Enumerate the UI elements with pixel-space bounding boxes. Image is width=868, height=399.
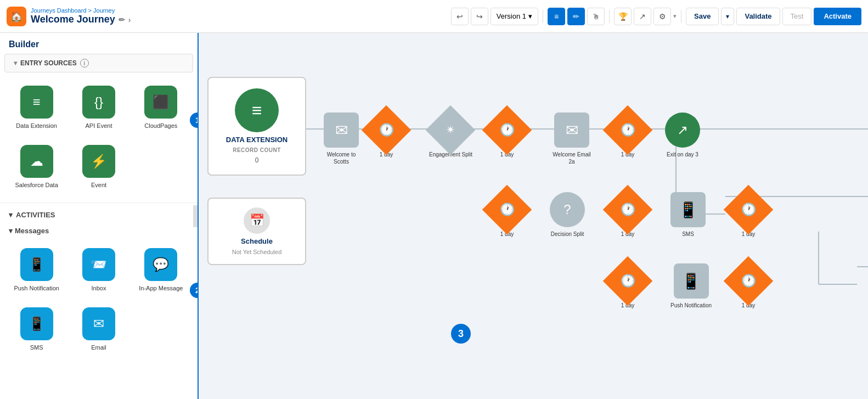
api-event-label: API Event xyxy=(86,122,112,130)
sms-icon: 📱 xyxy=(20,307,53,340)
node-exit[interactable]: ↗ Exit on day 3 xyxy=(665,113,700,158)
node-welcome-email-2a[interactable]: ✉ Welcome Email 2a xyxy=(550,113,594,165)
entry-sources-label: ENTRY SOURCES xyxy=(20,59,77,67)
validate-button[interactable]: Validate xyxy=(736,8,780,25)
sidebar-collapse-handle[interactable]: ‹ xyxy=(193,205,199,227)
entry-event[interactable]: ⚡ Event xyxy=(71,141,126,193)
schedule-title: Schedule xyxy=(241,237,273,245)
toolbar-divider xyxy=(543,10,543,23)
sidebar-title: Builder xyxy=(0,33,198,54)
entry-card-title: DATA EXTENSION xyxy=(226,136,288,144)
page-title: Welcome Journey ✏ › xyxy=(31,14,131,25)
toolbar: ↩ ↪ Version 1 ▾ ≡ ✏ 🖱 🏆 ↗ ⚙ ▾ Save ▾ Val… xyxy=(451,8,861,25)
cloudpages-label: CloudPages xyxy=(144,122,177,130)
canvas[interactable]: ≡ DATA EXTENSION RECORD COUNT 0 📅 Schedu… xyxy=(199,33,868,399)
node-wait-8[interactable]: 🕐 1 day xyxy=(731,263,766,309)
entry-data-extension-card[interactable]: ≡ DATA EXTENSION RECORD COUNT 0 xyxy=(207,77,306,176)
schedule-card[interactable]: 📅 Schedule Not Yet Scheduled xyxy=(207,198,306,265)
settings-button[interactable]: ⚙ xyxy=(653,8,671,25)
undo-button[interactable]: ↩ xyxy=(451,8,469,25)
msg-inbox[interactable]: 📨 Inbox xyxy=(71,244,126,296)
push-notification-node-label: Push Notification xyxy=(670,302,712,309)
main-layout: Builder ▾ ENTRY SOURCES i ≡ Data Extensi… xyxy=(0,33,868,399)
toolbar-divider3 xyxy=(681,10,681,23)
test-button[interactable]: Test xyxy=(782,8,812,25)
breadcrumb: Journeys Dashboard > Journey xyxy=(31,7,131,14)
email-icon: ✉ xyxy=(82,307,115,340)
node-push-notification[interactable]: 📱 Push Notification xyxy=(670,263,712,309)
salesforce-icon: ☁ xyxy=(20,145,53,178)
data-extension-icon: ≡ xyxy=(20,86,53,119)
msg-in-app-message[interactable]: 💬 In-App Message xyxy=(133,244,189,296)
node-wait-5[interactable]: 🕐 1 day xyxy=(610,192,645,238)
messages-label: Messages xyxy=(15,227,49,235)
msg-push-notification[interactable]: 📱 Push Notification xyxy=(9,244,64,296)
event-icon: ⚡ xyxy=(82,145,115,178)
mode-draw-button[interactable]: ✏ xyxy=(567,8,585,25)
breadcrumb-area: Journeys Dashboard > Journey Welcome Jou… xyxy=(31,7,131,25)
top-header: 🏠 Journeys Dashboard > Journey Welcome J… xyxy=(0,0,868,33)
push-notification-label: Push Notification xyxy=(14,284,59,292)
info-icon[interactable]: i xyxy=(80,59,89,68)
inbox-label: Inbox xyxy=(92,284,106,292)
api-event-icon: {} xyxy=(82,86,115,119)
sidebar: Builder ▾ ENTRY SOURCES i ≡ Data Extensi… xyxy=(0,33,199,399)
node-wait-1[interactable]: 🕐 1 day xyxy=(369,113,404,158)
cloudpages-icon: ⬛ xyxy=(144,86,177,119)
exit-node-icon: ↗ xyxy=(665,113,700,148)
export-button[interactable]: ↗ xyxy=(634,8,651,25)
mode-pointer-button[interactable]: 🖱 xyxy=(587,8,605,25)
trophy-button[interactable]: 🏆 xyxy=(614,8,632,25)
entry-data-extension[interactable]: ≡ Data Extension xyxy=(9,81,64,134)
brand-logo: 🏠 xyxy=(7,7,26,26)
wait-node-7-icon: 🕐 xyxy=(603,256,653,306)
mode-select-button[interactable]: ≡ xyxy=(548,8,565,25)
chevron-right-icon[interactable]: › xyxy=(128,15,131,24)
sms-label: SMS xyxy=(30,344,43,351)
messages-subheader[interactable]: ▾ Messages xyxy=(0,224,198,239)
node-welcome-to-scotts[interactable]: ✉ Welcome to Scotts xyxy=(319,113,363,165)
welcome-to-scotts-label: Welcome to Scotts xyxy=(319,151,363,165)
save-button[interactable]: Save xyxy=(686,8,719,25)
in-app-message-label: In-App Message xyxy=(139,284,183,292)
messages-grid: 📱 Push Notification 📨 Inbox 💬 In-App Mes… xyxy=(0,239,198,365)
wait-node-4-icon: 🕐 xyxy=(482,185,532,235)
node-wait-4[interactable]: 🕐 1 day xyxy=(489,192,525,238)
wait-node-6-icon: 🕐 xyxy=(724,185,774,235)
in-app-message-icon: 💬 xyxy=(144,248,177,281)
activities-header[interactable]: ▾ ACTIVITIES xyxy=(0,205,198,224)
entry-api-event[interactable]: {} API Event xyxy=(71,81,126,134)
chevron-down-icon: ▾ xyxy=(14,59,17,67)
node-decision-split[interactable]: ? Decision Split xyxy=(550,192,585,238)
node-wait-6[interactable]: 🕐 1 day xyxy=(731,192,766,238)
entry-sources-grid: ≡ Data Extension {} API Event ⬛ CloudPag… xyxy=(0,77,198,203)
node-wait-7[interactable]: 🕐 1 day xyxy=(610,263,645,309)
edit-title-icon[interactable]: ✏ xyxy=(119,15,125,24)
msg-email[interactable]: ✉ Email xyxy=(71,303,126,356)
node-wait-2[interactable]: 🕐 1 day xyxy=(489,113,525,158)
save-arrow-button[interactable]: ▾ xyxy=(721,8,734,25)
activate-button[interactable]: Activate xyxy=(814,8,861,25)
redo-button[interactable]: ↪ xyxy=(471,8,488,25)
entry-cloudpages[interactable]: ⬛ CloudPages xyxy=(133,81,189,134)
wait-node-2-icon: 🕐 xyxy=(482,105,532,155)
salesforce-label: Salesforce Data xyxy=(15,181,58,189)
activities-label: ACTIVITIES xyxy=(16,211,55,219)
node-engagement-split[interactable]: ✴ Engagement Split xyxy=(429,113,472,158)
entry-count: 0 xyxy=(255,156,259,164)
exit-label: Exit on day 3 xyxy=(667,151,698,158)
inbox-icon: 📨 xyxy=(82,248,115,281)
version-select[interactable]: Version 1 ▾ xyxy=(491,8,538,25)
entry-sources-section-header[interactable]: ▾ ENTRY SOURCES i xyxy=(4,54,193,72)
decision-split-icon: ? xyxy=(550,192,585,227)
entry-salesforce-data[interactable]: ☁ Salesforce Data xyxy=(9,141,64,193)
msg-sms[interactable]: 📱 SMS xyxy=(9,303,64,356)
canvas-badge-3: 3 xyxy=(451,324,471,344)
node-wait-3[interactable]: 🕐 1 day xyxy=(610,113,645,158)
schedule-subtitle: Not Yet Scheduled xyxy=(232,249,282,255)
decision-split-label: Decision Split xyxy=(551,231,584,238)
node-sms[interactable]: 📱 SMS xyxy=(670,192,706,238)
chevron-down-icon: ▾ xyxy=(528,12,532,20)
settings-label: ▾ xyxy=(673,13,677,20)
entry-record-count-label: RECORD COUNT xyxy=(233,147,281,153)
